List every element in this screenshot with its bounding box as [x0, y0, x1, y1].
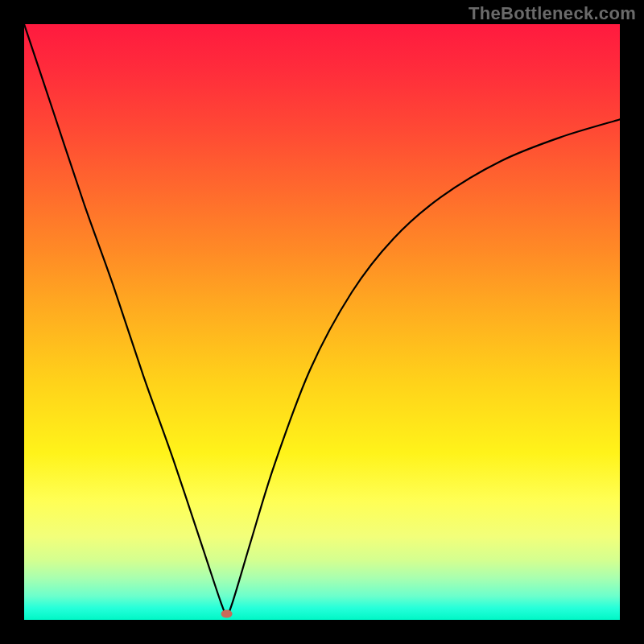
plot-area: [24, 24, 620, 620]
curve-layer: [24, 24, 620, 620]
bottleneck-curve: [24, 24, 620, 614]
optimum-marker: [221, 610, 233, 618]
watermark-text: TheBottleneck.com: [469, 3, 636, 24]
chart-frame: TheBottleneck.com: [0, 0, 644, 644]
